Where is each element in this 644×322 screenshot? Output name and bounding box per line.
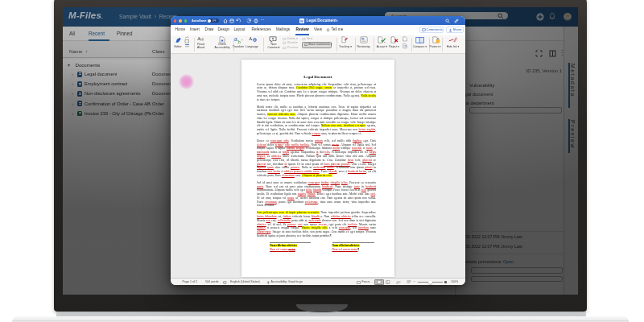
svg-text:b: b (237, 39, 241, 44)
svg-text:a: a (234, 37, 237, 43)
